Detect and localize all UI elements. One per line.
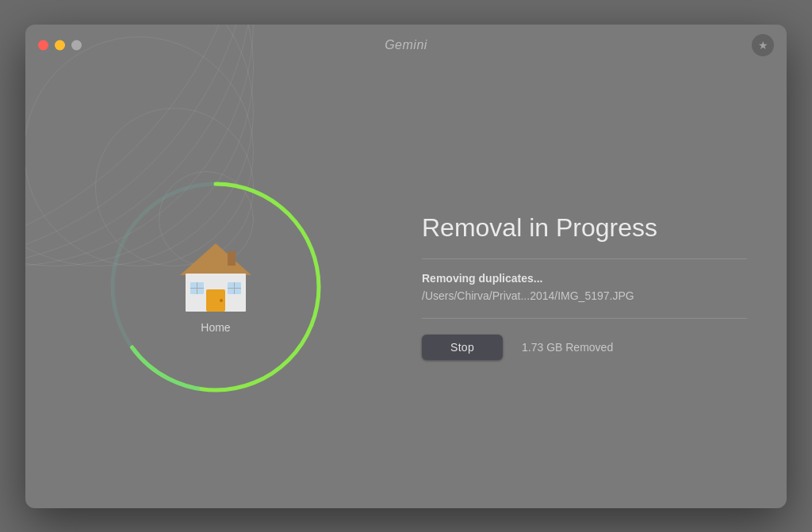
star-icon: ★	[758, 39, 768, 52]
divider-top	[422, 258, 747, 259]
divider-bottom	[422, 318, 747, 319]
stop-button[interactable]: Stop	[422, 335, 503, 360]
home-label: Home	[201, 321, 230, 334]
right-panel: Removal in Progress Removing duplicates.…	[406, 213, 787, 360]
app-window: Gemini ★	[25, 25, 787, 508]
titlebar: Gemini ★	[25, 25, 787, 66]
close-button[interactable]	[38, 40, 48, 50]
removed-size: 1.73 GB Removed	[522, 341, 613, 354]
svg-rect-4	[228, 251, 236, 266]
minimize-button[interactable]	[55, 40, 65, 50]
action-row: Stop 1.73 GB Removed	[422, 335, 747, 360]
status-label: Removing duplicates...	[422, 272, 747, 285]
file-path: /Users/Chirva/Privat...2014/IMG_5197.JPG	[422, 289, 747, 302]
page-title: Removal in Progress	[422, 213, 747, 243]
traffic-lights	[38, 40, 82, 50]
main-content: Home Removal in Progress Removing duplic…	[25, 66, 787, 508]
progress-ring-container: Home	[97, 168, 335, 406]
svg-point-7	[220, 299, 223, 302]
svg-marker-3	[180, 243, 251, 275]
house-icon-svg	[176, 239, 255, 315]
house-container: Home	[176, 239, 255, 334]
maximize-button[interactable]	[71, 40, 82, 50]
left-panel: Home	[25, 66, 406, 508]
app-title: Gemini	[385, 38, 427, 52]
star-button[interactable]: ★	[752, 34, 774, 56]
